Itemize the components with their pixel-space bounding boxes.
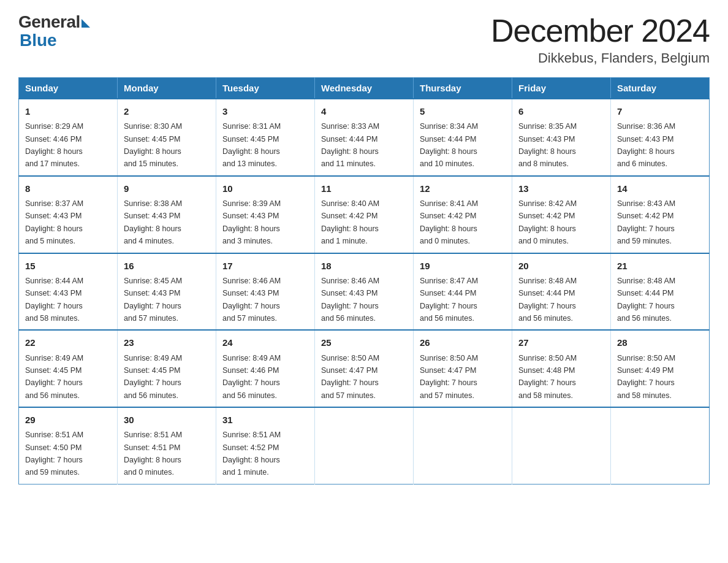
col-header-tuesday: Tuesday bbox=[216, 78, 315, 99]
day-info: Sunrise: 8:49 AM Sunset: 4:46 PM Dayligh… bbox=[222, 354, 281, 400]
logo-blue-text: Blue bbox=[20, 31, 57, 50]
day-info: Sunrise: 8:51 AM Sunset: 4:52 PM Dayligh… bbox=[222, 431, 281, 477]
day-number: 8 bbox=[25, 182, 111, 196]
calendar-week-row: 22Sunrise: 8:49 AM Sunset: 4:45 PM Dayli… bbox=[19, 330, 710, 407]
day-info: Sunrise: 8:51 AM Sunset: 4:51 PM Dayligh… bbox=[124, 431, 182, 477]
day-number: 17 bbox=[222, 259, 308, 273]
day-number: 26 bbox=[420, 335, 506, 350]
calendar-cell: 4Sunrise: 8:33 AM Sunset: 4:44 PM Daylig… bbox=[315, 99, 414, 176]
day-info: Sunrise: 8:47 AM Sunset: 4:44 PM Dayligh… bbox=[420, 277, 478, 323]
calendar-week-row: 8Sunrise: 8:37 AM Sunset: 4:43 PM Daylig… bbox=[19, 176, 710, 253]
col-header-sunday: Sunday bbox=[19, 78, 118, 99]
day-info: Sunrise: 8:50 AM Sunset: 4:48 PM Dayligh… bbox=[518, 354, 577, 400]
day-number: 31 bbox=[222, 413, 308, 427]
day-number: 16 bbox=[124, 259, 210, 273]
day-info: Sunrise: 8:33 AM Sunset: 4:44 PM Dayligh… bbox=[321, 122, 379, 168]
day-number: 6 bbox=[518, 104, 604, 118]
day-info: Sunrise: 8:49 AM Sunset: 4:45 PM Dayligh… bbox=[25, 354, 83, 400]
calendar-body: 1Sunrise: 8:29 AM Sunset: 4:46 PM Daylig… bbox=[19, 99, 710, 484]
calendar-cell: 5Sunrise: 8:34 AM Sunset: 4:44 PM Daylig… bbox=[414, 99, 512, 176]
day-info: Sunrise: 8:50 AM Sunset: 4:49 PM Dayligh… bbox=[617, 354, 675, 400]
calendar-cell: 29Sunrise: 8:51 AM Sunset: 4:50 PM Dayli… bbox=[19, 407, 118, 484]
logo-general-text: General bbox=[18, 12, 80, 32]
header-row: SundayMondayTuesdayWednesdayThursdayFrid… bbox=[19, 78, 710, 99]
calendar-cell: 24Sunrise: 8:49 AM Sunset: 4:46 PM Dayli… bbox=[216, 330, 315, 407]
col-header-thursday: Thursday bbox=[414, 78, 512, 99]
calendar-cell: 7Sunrise: 8:36 AM Sunset: 4:43 PM Daylig… bbox=[611, 99, 710, 176]
logo: General Blue bbox=[18, 12, 90, 50]
day-info: Sunrise: 8:34 AM Sunset: 4:44 PM Dayligh… bbox=[420, 122, 478, 168]
calendar-cell: 31Sunrise: 8:51 AM Sunset: 4:52 PM Dayli… bbox=[216, 407, 315, 484]
logo-arrow-icon bbox=[82, 19, 90, 28]
calendar-week-row: 15Sunrise: 8:44 AM Sunset: 4:43 PM Dayli… bbox=[19, 253, 710, 331]
day-number: 19 bbox=[420, 259, 506, 273]
calendar-cell: 18Sunrise: 8:46 AM Sunset: 4:43 PM Dayli… bbox=[315, 253, 414, 331]
calendar-cell: 2Sunrise: 8:30 AM Sunset: 4:45 PM Daylig… bbox=[118, 99, 216, 176]
day-number: 11 bbox=[321, 182, 407, 196]
day-number: 4 bbox=[321, 104, 407, 118]
calendar-cell: 20Sunrise: 8:48 AM Sunset: 4:44 PM Dayli… bbox=[512, 253, 611, 331]
calendar-cell: 26Sunrise: 8:50 AM Sunset: 4:47 PM Dayli… bbox=[414, 330, 512, 407]
calendar-subtitle: Dikkebus, Flanders, Belgium bbox=[491, 50, 710, 66]
day-number: 14 bbox=[617, 182, 703, 196]
day-number: 18 bbox=[321, 259, 407, 273]
calendar-cell: 10Sunrise: 8:39 AM Sunset: 4:43 PM Dayli… bbox=[216, 176, 315, 253]
day-info: Sunrise: 8:44 AM Sunset: 4:43 PM Dayligh… bbox=[25, 277, 83, 323]
day-info: Sunrise: 8:48 AM Sunset: 4:44 PM Dayligh… bbox=[518, 277, 577, 323]
day-number: 3 bbox=[222, 104, 308, 118]
calendar-cell: 15Sunrise: 8:44 AM Sunset: 4:43 PM Dayli… bbox=[19, 253, 118, 331]
calendar-cell: 23Sunrise: 8:49 AM Sunset: 4:45 PM Dayli… bbox=[118, 330, 216, 407]
calendar-cell: 9Sunrise: 8:38 AM Sunset: 4:43 PM Daylig… bbox=[118, 176, 216, 253]
calendar-cell: 6Sunrise: 8:35 AM Sunset: 4:43 PM Daylig… bbox=[512, 99, 611, 176]
day-info: Sunrise: 8:50 AM Sunset: 4:47 PM Dayligh… bbox=[420, 354, 478, 400]
calendar-table: SundayMondayTuesdayWednesdayThursdayFrid… bbox=[18, 77, 710, 484]
day-info: Sunrise: 8:39 AM Sunset: 4:43 PM Dayligh… bbox=[222, 199, 281, 245]
calendar-cell: 27Sunrise: 8:50 AM Sunset: 4:48 PM Dayli… bbox=[512, 330, 611, 407]
calendar-cell: 8Sunrise: 8:37 AM Sunset: 4:43 PM Daylig… bbox=[19, 176, 118, 253]
day-info: Sunrise: 8:40 AM Sunset: 4:42 PM Dayligh… bbox=[321, 199, 379, 245]
day-number: 20 bbox=[518, 259, 604, 273]
day-info: Sunrise: 8:42 AM Sunset: 4:42 PM Dayligh… bbox=[518, 199, 577, 245]
day-info: Sunrise: 8:30 AM Sunset: 4:45 PM Dayligh… bbox=[124, 122, 182, 168]
day-number: 9 bbox=[124, 182, 210, 196]
day-info: Sunrise: 8:31 AM Sunset: 4:45 PM Dayligh… bbox=[222, 122, 281, 168]
calendar-cell: 28Sunrise: 8:50 AM Sunset: 4:49 PM Dayli… bbox=[611, 330, 710, 407]
day-number: 29 bbox=[25, 413, 111, 427]
day-number: 23 bbox=[124, 335, 210, 350]
calendar-cell: 17Sunrise: 8:46 AM Sunset: 4:43 PM Dayli… bbox=[216, 253, 315, 331]
col-header-saturday: Saturday bbox=[611, 78, 710, 99]
day-number: 15 bbox=[25, 259, 111, 273]
day-number: 13 bbox=[518, 182, 604, 196]
day-info: Sunrise: 8:35 AM Sunset: 4:43 PM Dayligh… bbox=[518, 122, 577, 168]
calendar-cell: 12Sunrise: 8:41 AM Sunset: 4:42 PM Dayli… bbox=[414, 176, 512, 253]
day-info: Sunrise: 8:45 AM Sunset: 4:43 PM Dayligh… bbox=[124, 277, 182, 323]
day-info: Sunrise: 8:51 AM Sunset: 4:50 PM Dayligh… bbox=[25, 431, 83, 477]
day-info: Sunrise: 8:46 AM Sunset: 4:43 PM Dayligh… bbox=[222, 277, 281, 323]
day-info: Sunrise: 8:46 AM Sunset: 4:43 PM Dayligh… bbox=[321, 277, 379, 323]
day-info: Sunrise: 8:37 AM Sunset: 4:43 PM Dayligh… bbox=[25, 199, 83, 245]
calendar-cell bbox=[512, 407, 611, 484]
day-info: Sunrise: 8:36 AM Sunset: 4:43 PM Dayligh… bbox=[617, 122, 675, 168]
day-info: Sunrise: 8:41 AM Sunset: 4:42 PM Dayligh… bbox=[420, 199, 478, 245]
calendar-cell: 30Sunrise: 8:51 AM Sunset: 4:51 PM Dayli… bbox=[118, 407, 216, 484]
calendar-cell: 21Sunrise: 8:48 AM Sunset: 4:44 PM Dayli… bbox=[611, 253, 710, 331]
calendar-cell: 13Sunrise: 8:42 AM Sunset: 4:42 PM Dayli… bbox=[512, 176, 611, 253]
day-number: 27 bbox=[518, 335, 604, 350]
calendar-week-row: 1Sunrise: 8:29 AM Sunset: 4:46 PM Daylig… bbox=[19, 99, 710, 176]
day-number: 22 bbox=[25, 335, 111, 350]
calendar-cell bbox=[315, 407, 414, 484]
day-number: 2 bbox=[124, 104, 210, 118]
title-block: December 2024 Dikkebus, Flanders, Belgiu… bbox=[491, 12, 710, 66]
day-number: 10 bbox=[222, 182, 308, 196]
day-number: 24 bbox=[222, 335, 308, 350]
day-info: Sunrise: 8:38 AM Sunset: 4:43 PM Dayligh… bbox=[124, 199, 182, 245]
day-info: Sunrise: 8:50 AM Sunset: 4:47 PM Dayligh… bbox=[321, 354, 379, 400]
day-info: Sunrise: 8:48 AM Sunset: 4:44 PM Dayligh… bbox=[617, 277, 675, 323]
calendar-cell: 11Sunrise: 8:40 AM Sunset: 4:42 PM Dayli… bbox=[315, 176, 414, 253]
calendar-header: SundayMondayTuesdayWednesdayThursdayFrid… bbox=[19, 78, 710, 99]
calendar-cell: 16Sunrise: 8:45 AM Sunset: 4:43 PM Dayli… bbox=[118, 253, 216, 331]
day-number: 7 bbox=[617, 104, 703, 118]
calendar-cell bbox=[611, 407, 710, 484]
calendar-week-row: 29Sunrise: 8:51 AM Sunset: 4:50 PM Dayli… bbox=[19, 407, 710, 484]
day-number: 1 bbox=[25, 104, 111, 118]
